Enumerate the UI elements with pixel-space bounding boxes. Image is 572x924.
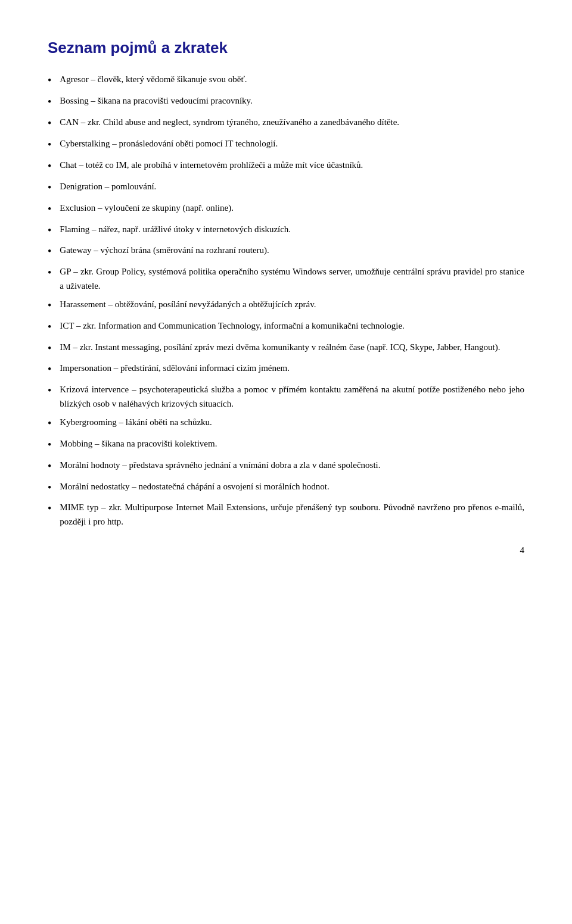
list-item: Exclusion – vyloučení ze skupiny (např. … xyxy=(48,201,524,218)
term-text: GP – zkr. Group Policy, systémová politi… xyxy=(60,265,524,293)
list-item: Denigration – pomlouvání. xyxy=(48,180,524,196)
term-text: IM – zkr. Instant messaging, posílání zp… xyxy=(60,341,524,354)
terms-list: Agresor – člověk, který vědomě šikanuje … xyxy=(48,73,524,529)
page-container: Seznam pojmů a zkratek Agresor – člověk,… xyxy=(0,0,572,581)
term-text: Mobbing – šikana na pracovišti kolektive… xyxy=(60,437,524,451)
term-text: Morální nedostatky – nedostatečná chápán… xyxy=(60,480,524,494)
term-text: Impersonation – předstírání, sdělování i… xyxy=(60,361,524,375)
term-text: Krizová intervence – psychoterapeutická … xyxy=(60,383,524,411)
term-text: Flaming – nářez, např. urážlivé útoky v … xyxy=(60,223,524,236)
list-item: Chat – totéž co IM, ale probíhá v intern… xyxy=(48,158,524,175)
term-text: Exclusion – vyloučení ze skupiny (např. … xyxy=(60,201,524,215)
list-item: Mobbing – šikana na pracovišti kolektive… xyxy=(48,437,524,454)
list-item: CAN – zkr. Child abuse and neglect, synd… xyxy=(48,116,524,132)
list-item: Impersonation – předstírání, sdělování i… xyxy=(48,361,524,378)
list-item: Gateway – výchozí brána (směrování na ro… xyxy=(48,244,524,260)
term-text: Kybergrooming – lákání oběti na schůzku. xyxy=(60,416,524,429)
page-number: 4 xyxy=(520,544,525,557)
list-item: Cyberstalking – pronásledování oběti pom… xyxy=(48,137,524,154)
term-text: Chat – totéž co IM, ale probíhá v intern… xyxy=(60,158,524,172)
list-item: Agresor – člověk, který vědomě šikanuje … xyxy=(48,73,524,89)
term-text: MIME typ – zkr. Multipurpose Internet Ma… xyxy=(60,501,524,529)
term-text: Agresor – člověk, který vědomě šikanuje … xyxy=(60,73,524,86)
list-item: MIME typ – zkr. Multipurpose Internet Ma… xyxy=(48,501,524,529)
term-text: Gateway – výchozí brána (směrování na ro… xyxy=(60,244,524,257)
term-text: CAN – zkr. Child abuse and neglect, synd… xyxy=(60,116,524,129)
term-text: ICT – zkr. Information and Communication… xyxy=(60,319,524,333)
list-item: Flaming – nářez, např. urážlivé útoky v … xyxy=(48,223,524,239)
term-text: Morální hodnoty – představa správného je… xyxy=(60,458,524,472)
term-text: Denigration – pomlouvání. xyxy=(60,180,524,193)
list-item: Kybergrooming – lákání oběti na schůzku. xyxy=(48,416,524,432)
page-title: Seznam pojmů a zkratek xyxy=(48,36,524,60)
list-item: GP – zkr. Group Policy, systémová politi… xyxy=(48,265,524,293)
term-text: Cyberstalking – pronásledování oběti pom… xyxy=(60,137,524,151)
term-text: Harassement – obtěžování, posílání nevyž… xyxy=(60,298,524,311)
list-item: Morální hodnoty – představa správného je… xyxy=(48,458,524,475)
list-item: ICT – zkr. Information and Communication… xyxy=(48,319,524,336)
list-item: Harassement – obtěžování, posílání nevyž… xyxy=(48,298,524,314)
list-item: Morální nedostatky – nedostatečná chápán… xyxy=(48,480,524,497)
list-item: IM – zkr. Instant messaging, posílání zp… xyxy=(48,341,524,357)
list-item: Krizová intervence – psychoterapeutická … xyxy=(48,383,524,411)
term-text: Bossing – šikana na pracovišti vedoucími… xyxy=(60,94,524,108)
list-item: Bossing – šikana na pracovišti vedoucími… xyxy=(48,94,524,111)
